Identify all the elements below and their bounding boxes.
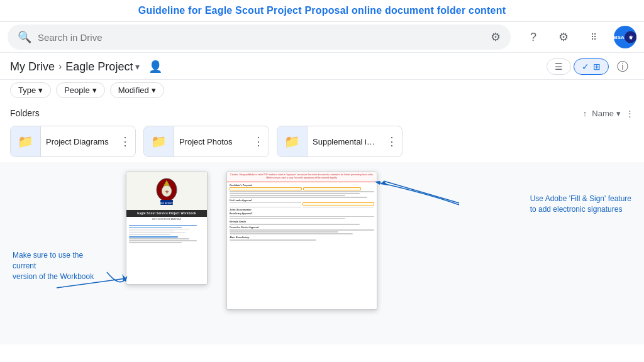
page-title: Guideline for Eagle Scout Project Propos… <box>10 5 634 16</box>
unit-leader-label: Unit Leader Approval <box>230 199 374 202</box>
apps-icon: ⠿ <box>591 32 597 42</box>
folder-icon-area: 📁 <box>11 126 41 156</box>
svg-text:BOY SCOUTS: BOY SCOUTS <box>159 202 174 205</box>
folder-name: Supplemental info <box>308 137 382 146</box>
candidate-row <box>230 187 374 190</box>
doc-bsa-subtitle: BOY SCOUTS OF AMERICA <box>126 217 207 222</box>
doc-header: ⚜ BOY SCOUTS <box>126 172 207 210</box>
doc-line <box>230 193 360 194</box>
grid-view-button[interactable]: ✓ ⊞ <box>574 58 609 75</box>
sort-name-button[interactable]: Name ▾ <box>592 109 621 118</box>
modified-dropdown-icon: ▾ <box>152 85 156 95</box>
avatar[interactable]: BSA ⚜ <box>614 26 636 48</box>
filter-row: Type ▾ People ▾ Modified ▾ <box>0 80 644 103</box>
folder-card-diagrams[interactable]: 📁 Project Diagrams ⋮ <box>10 126 136 157</box>
modified-filter-button[interactable]: Modified ▾ <box>110 82 164 98</box>
breadcrumb-right: ☰ ✓ ⊞ ⓘ <box>547 55 634 78</box>
doc-line <box>129 233 186 234</box>
svg-text:⚜: ⚜ <box>628 35 633 41</box>
workbook-annotation: Make sure to use the currentversion of t… <box>13 250 107 282</box>
title-bar: Guideline for Eagle Scout Project Propos… <box>0 0 644 22</box>
candidate-name-field <box>230 187 302 190</box>
more-options-icon: ⋮ <box>626 109 634 118</box>
list-view-button[interactable]: ☰ <box>547 58 571 75</box>
scout-logo-icon: ⚜ <box>625 31 636 43</box>
doc-line <box>230 207 301 208</box>
candidate-date-field <box>303 187 361 190</box>
unit-leader-grid <box>230 202 374 208</box>
type-filter-label: Type <box>18 85 36 95</box>
doc-line <box>230 224 360 225</box>
doc-line <box>129 242 182 243</box>
people-filter-button[interactable]: People ▾ <box>56 82 104 98</box>
top-row: 🔍 ⚙ ? ⚙ ⠿ BSA ⚜ <box>0 22 644 53</box>
doc-line <box>230 202 301 204</box>
search-input[interactable] <box>38 32 491 43</box>
info-button[interactable]: ⓘ <box>611 55 634 78</box>
modified-filter-label: Modified <box>118 85 149 95</box>
more-options-button[interactable]: ⋮ <box>626 109 634 118</box>
workbook-cover-doc[interactable]: ⚜ BOY SCOUTS Eagle Scout Service Project… <box>126 172 208 285</box>
current-folder[interactable]: Eagle Project ▾ <box>65 60 140 74</box>
list-icon: ☰ <box>555 62 563 72</box>
svg-text:⚜: ⚜ <box>165 189 169 195</box>
apps-button[interactable]: ⠿ <box>581 25 606 50</box>
my-drive-link[interactable]: My Drive <box>10 60 55 74</box>
folder-card-supplemental[interactable]: 📁 Supplemental info ⋮ <box>277 126 402 157</box>
doc-line <box>129 240 197 241</box>
doc-line <box>129 238 189 239</box>
folders-section-header: Folders ↑ Name ▾ ⋮ <box>0 103 644 121</box>
doc-line <box>230 191 374 192</box>
check-icon: ✓ <box>582 62 589 72</box>
help-icon: ? <box>530 31 536 44</box>
doc-line <box>129 236 178 238</box>
folder-more-button[interactable]: ⋮ <box>248 126 269 156</box>
filled-form-doc[interactable]: Caution: Using an Adobe or other PDF rea… <box>226 172 377 310</box>
council-label: Council or District Approval <box>230 226 374 229</box>
breadcrumb: My Drive › Eagle Project ▾ 👤 <box>10 60 162 74</box>
folder-icon: 📁 <box>284 134 300 149</box>
warning-banner: Caution: Using an Adobe or other PDF rea… <box>227 172 377 182</box>
info-icon: ⓘ <box>617 59 628 74</box>
doc-line <box>129 225 197 226</box>
final-approver-name: Alan Beneficiary <box>230 236 249 239</box>
beneficiary-label: Beneficiary Approval* <box>230 212 374 215</box>
current-folder-name: Eagle Project <box>65 60 133 74</box>
settings-button[interactable]: ⚙ <box>551 25 576 50</box>
folder-more-button[interactable]: ⋮ <box>382 126 402 156</box>
doc-line <box>303 207 374 208</box>
sort-dropdown-icon: ▾ <box>616 109 621 118</box>
doc-line <box>230 218 345 219</box>
folder-more-button[interactable]: ⋮ <box>115 126 135 156</box>
folder-name: Project Diagrams <box>41 137 115 146</box>
doc-line <box>230 197 367 198</box>
folder-name: Project Photos <box>174 137 248 146</box>
doc-line <box>129 231 174 232</box>
folders-section-title: Folders <box>10 108 40 118</box>
top-icons: ? ⚙ ⠿ BSA ⚜ <box>521 25 636 50</box>
type-filter-button[interactable]: Type ▾ <box>10 82 51 98</box>
settings-icon: ⚙ <box>558 30 569 44</box>
folder-grid: 📁 Project Diagrams ⋮ 📁 Project Photos ⋮ … <box>0 121 644 162</box>
preview-area: ⚜ BOY SCOUTS Eagle Scout Service Project… <box>0 162 644 344</box>
sort-up-button[interactable]: ↑ <box>583 109 587 118</box>
final-approver-row: Alan Beneficiary <box>230 236 374 239</box>
form-content: Candidate's Proposal Unit Leader Approva… <box>227 182 377 243</box>
folder-card-photos[interactable]: 📁 Project Photos ⋮ <box>143 126 269 157</box>
help-button[interactable]: ? <box>521 25 546 50</box>
share-people-icon[interactable]: 👤 <box>148 60 162 74</box>
candidate-label: Candidate's Proposal <box>230 184 374 187</box>
doc-title-band: Eagle Scout Service Project Workbook <box>126 210 207 217</box>
folder-icon: 📁 <box>151 134 167 149</box>
search-area[interactable]: 🔍 ⚙ <box>8 25 511 50</box>
tune-icon[interactable]: ⚙ <box>491 30 501 44</box>
eagle-badge-image: ⚜ BOY SCOUTS <box>154 177 179 209</box>
people-filter-label: People <box>64 85 89 95</box>
beneficiary-name: Brenda Smith <box>230 220 374 223</box>
section-right: ↑ Name ▾ ⋮ <box>583 109 634 118</box>
sort-name-label: Name <box>592 109 614 118</box>
folder-icon-area: 📁 <box>144 126 174 156</box>
doc-line <box>230 233 353 234</box>
unit-leader-sig-field <box>303 202 374 206</box>
type-dropdown-icon: ▾ <box>38 85 43 95</box>
